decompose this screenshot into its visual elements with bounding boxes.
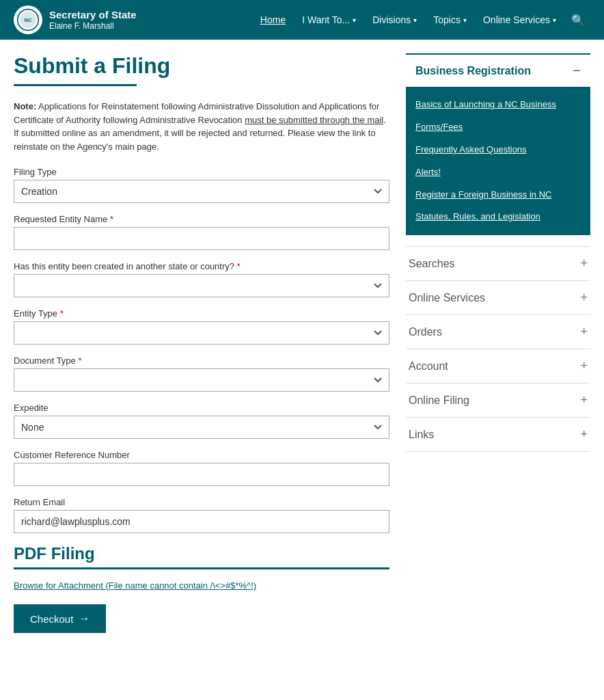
main-container: Submit a Filing Note: Applications for R… xyxy=(0,40,604,647)
return-email-group: Return Email xyxy=(14,497,389,533)
minus-icon: − xyxy=(573,63,581,79)
entity-type-group: Entity Type * LLC Corporation Partnershi… xyxy=(14,308,389,345)
accordion-orders: Orders + xyxy=(406,315,590,349)
document-type-label: Document Type * xyxy=(14,355,389,366)
return-email-input[interactable] xyxy=(14,510,389,533)
menu-item-basics[interactable]: Basics of Launching a NC Business xyxy=(406,94,590,116)
sidebar-accordion: Searches + Online Services + Orders + Ac… xyxy=(406,246,590,452)
page-title: Submit a Filing xyxy=(14,53,389,79)
browse-attachment-link[interactable]: Browse for Attachment (File name cannot … xyxy=(14,580,389,591)
accordion-online-services-header[interactable]: Online Services + xyxy=(406,281,590,314)
menu-item-faq[interactable]: Frequently Asked Questions xyxy=(406,139,590,161)
nav-topics[interactable]: Topics ▾ xyxy=(426,10,473,29)
document-type-select[interactable]: Articles of Incorporation Articles of Or… xyxy=(14,368,389,392)
plus-icon: + xyxy=(580,291,588,305)
business-reg-menu: Basics of Launching a NC Business Forms/… xyxy=(406,87,590,235)
menu-item-foreign-business[interactable]: Register a Foreign Business in NC xyxy=(406,184,590,206)
required-marker: * xyxy=(78,355,81,366)
main-nav: Home I Want To... ▾ Divisions ▾ Topics ▾… xyxy=(253,10,590,31)
customer-ref-group: Customer Reference Number xyxy=(14,450,389,486)
accordion-account: Account + xyxy=(406,349,590,383)
title-underline xyxy=(14,84,137,86)
accordion-links-header[interactable]: Links + xyxy=(406,418,590,451)
entity-name-label: Requested Entity Name * xyxy=(14,214,389,224)
checkout-button[interactable]: Checkout → xyxy=(14,604,106,633)
accordion-online-services: Online Services + xyxy=(406,281,590,315)
pdf-section-title: PDF Filing xyxy=(14,544,389,563)
chevron-down-icon: ▾ xyxy=(353,16,356,24)
accordion-online-filing-label: Online Filing xyxy=(409,394,469,407)
created-another-state-select[interactable]: Yes No xyxy=(14,274,389,297)
svg-text:NC: NC xyxy=(24,17,32,23)
plus-icon: + xyxy=(580,325,588,339)
pdf-section-underline xyxy=(14,567,389,569)
logo-seal: NC xyxy=(14,5,42,34)
menu-item-forms-fees[interactable]: Forms/Fees xyxy=(406,116,590,139)
checkout-arrow-icon: → xyxy=(79,612,90,625)
plus-icon: + xyxy=(580,256,588,271)
accordion-searches: Searches + xyxy=(406,247,590,281)
customer-ref-label: Customer Reference Number xyxy=(14,450,389,460)
site-header: NC Secretary of State Elaine F. Marshall… xyxy=(0,0,604,40)
business-reg-header[interactable]: Business Registration − xyxy=(406,53,590,87)
checkout-label: Checkout xyxy=(30,613,73,625)
accordion-online-filing: Online Filing + xyxy=(406,383,590,418)
right-sidebar: Business Registration − Basics of Launch… xyxy=(406,53,590,633)
expedite-group: Expedite None Standard Expedited xyxy=(14,403,389,439)
accordion-online-services-label: Online Services xyxy=(409,292,485,304)
entity-name-input[interactable] xyxy=(14,227,389,250)
required-marker: * xyxy=(237,261,241,271)
plus-icon: + xyxy=(580,393,588,407)
required-marker: * xyxy=(60,308,64,319)
accordion-online-filing-header[interactable]: Online Filing + xyxy=(406,383,590,417)
plus-icon: + xyxy=(580,359,588,373)
accordion-links: Links + xyxy=(406,418,590,452)
document-type-group: Document Type * Articles of Incorporatio… xyxy=(14,355,389,392)
created-another-state-label: Has this entity been created in another … xyxy=(14,261,389,271)
nav-i-want-to[interactable]: I Want To... ▾ xyxy=(295,10,363,29)
menu-item-statutes[interactable]: Statutes, Rules, and Legislation xyxy=(406,206,590,228)
secretary-name: Elaine F. Marshall xyxy=(49,21,137,31)
accordion-searches-header[interactable]: Searches + xyxy=(406,247,590,280)
accordion-links-label: Links xyxy=(409,429,434,441)
chevron-down-icon: ▾ xyxy=(413,16,417,24)
nav-divisions[interactable]: Divisions ▾ xyxy=(366,10,424,29)
filing-type-select[interactable]: Creation Amendment Dissolution xyxy=(14,180,389,203)
business-reg-title: Business Registration xyxy=(415,65,531,77)
left-content: Submit a Filing Note: Applications for R… xyxy=(14,53,389,633)
nav-home[interactable]: Home xyxy=(253,10,292,29)
logo-text: Secretary of State Elaine F. Marshall xyxy=(49,9,137,31)
entity-type-label: Entity Type * xyxy=(14,308,389,319)
expedite-select[interactable]: None Standard Expedited xyxy=(14,416,389,439)
note-label: Note: xyxy=(14,101,36,111)
mail-link[interactable]: must be submitted through the mail xyxy=(245,115,383,125)
customer-ref-input[interactable] xyxy=(14,463,389,486)
plus-icon: + xyxy=(580,427,588,442)
menu-item-alerts[interactable]: Alerts! xyxy=(406,161,590,184)
accordion-searches-label: Searches xyxy=(409,258,455,270)
logo-area: NC Secretary of State Elaine F. Marshall xyxy=(14,5,137,34)
search-icon[interactable]: 🔍 xyxy=(566,10,590,31)
required-marker: * xyxy=(110,214,113,224)
nav-online-services[interactable]: Online Services ▾ xyxy=(476,10,563,29)
return-email-label: Return Email xyxy=(14,497,389,507)
agency-name: Secretary of State xyxy=(49,9,137,21)
created-another-state-group: Has this entity been created in another … xyxy=(14,261,389,297)
filing-type-label: Filing Type xyxy=(14,167,389,177)
accordion-account-label: Account xyxy=(409,360,448,373)
chevron-down-icon: ▾ xyxy=(553,16,556,24)
expedite-label: Expedite xyxy=(14,403,389,413)
entity-name-group: Requested Entity Name * xyxy=(14,214,389,250)
filing-type-group: Filing Type Creation Amendment Dissoluti… xyxy=(14,167,389,203)
accordion-account-header[interactable]: Account + xyxy=(406,349,590,383)
entity-type-select[interactable]: LLC Corporation Partnership xyxy=(14,321,389,345)
note-paragraph: Note: Applications for Reinstatement fol… xyxy=(14,100,389,153)
chevron-down-icon: ▾ xyxy=(463,16,467,24)
accordion-orders-header[interactable]: Orders + xyxy=(406,315,590,349)
accordion-orders-label: Orders xyxy=(409,326,442,338)
